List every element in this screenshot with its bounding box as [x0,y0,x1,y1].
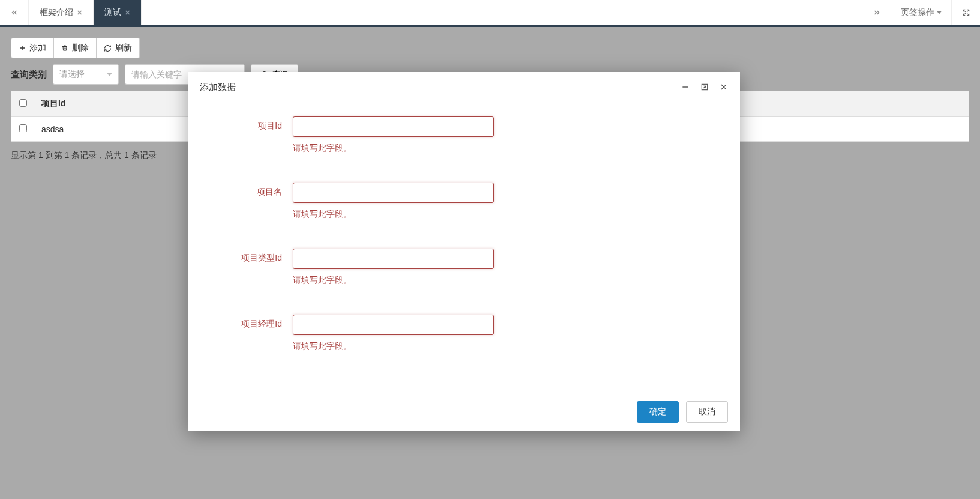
close-button[interactable] [720,83,728,91]
modal-title: 添加数据 [200,82,236,93]
project-id-input[interactable] [293,116,494,137]
close-icon [720,83,728,91]
minimize-icon [681,83,690,91]
modal-backdrop: 添加数据 项目Id 请填写此字段。 [0,0,980,172]
maximize-icon [700,83,709,91]
modal-body: 项目Id 请填写此字段。 项目名 请填写此字段。 项目类型Id 请填写此字段。 [188,102,740,172]
modal-header: 添加数据 [188,72,740,102]
maximize-button[interactable] [700,83,709,91]
add-data-modal: 添加数据 项目Id 请填写此字段。 [188,72,740,172]
minimize-button[interactable] [681,83,690,91]
field-error: 请填写此字段。 [293,143,494,154]
form-row-project-id: 项目Id 请填写此字段。 [212,116,716,154]
window-controls [681,83,728,91]
form-label: 项目Id [212,116,293,132]
